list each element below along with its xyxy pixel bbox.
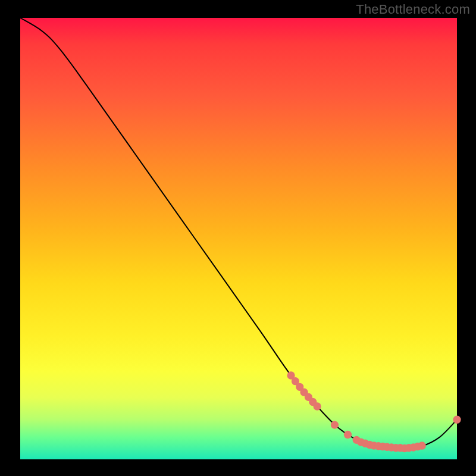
plot-area bbox=[20, 18, 457, 459]
data-point-marker bbox=[453, 416, 461, 424]
chart-frame: TheBottleneck.com bbox=[0, 0, 476, 476]
watermark-label: TheBottleneck.com bbox=[356, 2, 470, 17]
bottleneck-curve bbox=[20, 18, 457, 449]
data-point-marker bbox=[418, 441, 426, 449]
chart-svg bbox=[20, 18, 457, 459]
data-point-marker bbox=[344, 431, 352, 439]
data-point-marker bbox=[331, 421, 339, 428]
data-point-marker bbox=[314, 402, 321, 410]
